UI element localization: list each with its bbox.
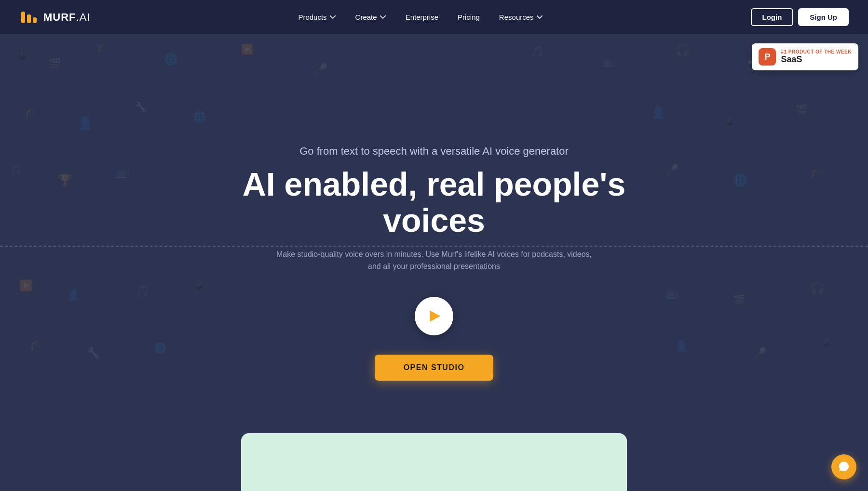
open-studio-button[interactable]: OPEN STUDIO: [375, 355, 494, 381]
hero-section: 📱 🎬 🎓 🌐 ▶️ 🎤 🎵 📺 🎧 📷 🌐 🎓 👤 🔧 🌐 👤 📱 🎬 🎵 🏆…: [0, 0, 868, 491]
bg-icon: ▶️: [241, 43, 253, 55]
bg-icon: 🎵: [10, 164, 22, 175]
logo[interactable]: MURF.AI: [19, 8, 90, 27]
brand-name: MURF.AI: [43, 11, 90, 24]
bg-icon: 🎓: [29, 337, 43, 351]
hero-title: AI enabled, real people's voices: [227, 166, 641, 239]
chat-widget[interactable]: [831, 454, 856, 479]
bg-icon: 🌐: [193, 111, 206, 123]
svg-rect-0: [21, 12, 25, 23]
bg-icon: 🎓: [810, 166, 822, 178]
login-button[interactable]: Login: [751, 8, 794, 26]
bg-icon: 🌐: [733, 173, 747, 187]
bg-icon: 👤: [651, 106, 665, 119]
navbar: MURF.AI Products Create Enterprise Prici…: [0, 0, 868, 35]
bg-icon: 🎤: [752, 347, 767, 360]
product-hunt-badge[interactable]: P #1 PRODUCT OF THE WEEK SaaS: [752, 43, 858, 70]
bg-icon: 🎤: [665, 164, 678, 176]
bg-icon: 📱: [14, 48, 30, 63]
nav-enterprise[interactable]: Enterprise: [398, 9, 446, 25]
bg-icon: 🔧: [87, 347, 100, 359]
bottom-peek: [241, 433, 627, 491]
bg-icon: 🎵: [530, 46, 543, 58]
bg-icon: 🌐: [164, 53, 177, 66]
bg-icon: ▶️: [19, 279, 32, 292]
hero-content: Go from text to speech with a versatile …: [217, 145, 651, 297]
chevron-down-icon: [380, 14, 386, 21]
bg-icon: 👤: [675, 340, 688, 352]
bg-icon: 📱: [723, 116, 736, 128]
ph-product-name: SaaS: [781, 54, 852, 65]
bg-icon: 📺: [603, 55, 615, 67]
svg-rect-1: [27, 14, 31, 23]
bg-icon: 📺: [665, 287, 678, 299]
chevron-down-icon: [329, 14, 336, 21]
nav-links: Products Create Enterprise Pricing Resou…: [290, 9, 550, 25]
ph-logo: P: [759, 48, 776, 66]
bg-icon: 👤: [77, 116, 93, 131]
bg-icon: 🎤: [313, 63, 328, 76]
bg-icon: 📺: [116, 166, 129, 179]
nav-actions: Login Sign Up: [751, 8, 849, 26]
bg-icon: 🏆: [58, 173, 72, 187]
bg-icon: 📱: [193, 279, 206, 292]
bg-icon: 📱: [820, 337, 833, 350]
svg-rect-2: [33, 17, 37, 23]
bg-icon: 🎬: [796, 104, 808, 115]
bg-icon: 🔧: [135, 101, 147, 113]
nav-create[interactable]: Create: [348, 9, 394, 25]
bg-icon: 🎓: [24, 106, 37, 119]
nav-pricing[interactable]: Pricing: [450, 9, 488, 25]
bg-icon: 🎵: [135, 284, 149, 298]
play-icon: [430, 310, 440, 322]
bg-icon: 👤: [68, 289, 80, 301]
bg-icon: 🎓: [96, 41, 108, 53]
bg-icon: 🎧: [675, 43, 690, 57]
bg-icon: 🎬: [733, 294, 745, 305]
bg-icon: 🌐: [154, 342, 166, 354]
hero-description: Make studio-quality voice overs in minut…: [270, 248, 598, 273]
hero-subtitle: Go from text to speech with a versatile …: [227, 145, 641, 158]
ph-label: #1 PRODUCT OF THE WEEK: [781, 49, 852, 54]
signup-button[interactable]: Sign Up: [798, 8, 849, 26]
nav-products[interactable]: Products: [290, 9, 343, 25]
chat-icon: [838, 461, 850, 473]
bg-icon: 🎬: [48, 58, 61, 70]
nav-resources[interactable]: Resources: [491, 9, 551, 25]
play-button-wrap: [415, 297, 453, 335]
chevron-down-icon: [536, 14, 543, 21]
bg-icon: 🎧: [810, 282, 825, 295]
ph-text: #1 PRODUCT OF THE WEEK SaaS: [781, 49, 852, 65]
play-button[interactable]: [415, 297, 453, 335]
